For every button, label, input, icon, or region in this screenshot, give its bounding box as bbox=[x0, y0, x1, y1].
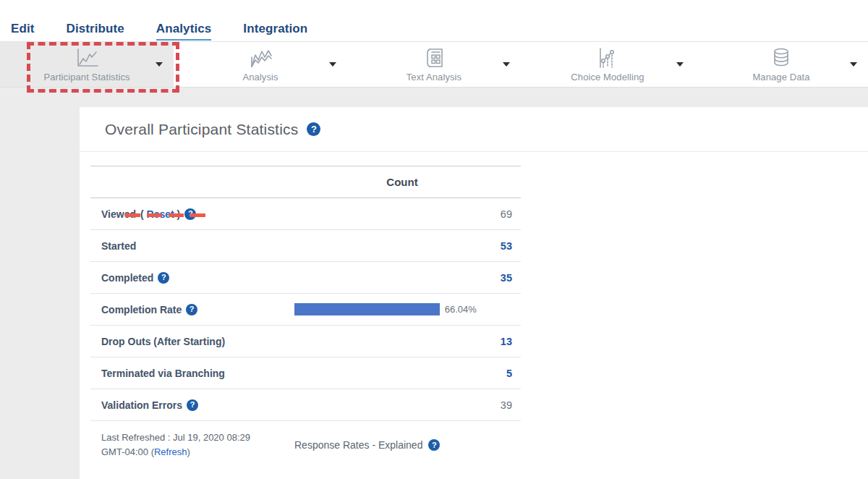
row-value: 13 bbox=[501, 336, 512, 347]
participant-stats-table: Count Viewed ( Reset ) 69 Started 53 C bbox=[90, 166, 521, 459]
panel-header: Overall Participant Statistics bbox=[80, 107, 868, 152]
toolbar-item-label: Text Analysis bbox=[407, 72, 461, 82]
row-value: 53 bbox=[501, 240, 512, 252]
row-label-cell: Validation Errors bbox=[90, 399, 284, 411]
nav-item-integration[interactable]: Integration bbox=[243, 22, 307, 41]
area-chart-icon bbox=[248, 47, 273, 69]
table-row: Drop Outs (After Starting) 13 bbox=[90, 326, 521, 357]
row-label-cell: Completion Rate bbox=[90, 304, 284, 315]
table-row: Completed 35 bbox=[90, 262, 521, 294]
row-label-cell: Started bbox=[90, 240, 284, 252]
database-icon bbox=[770, 47, 792, 69]
completion-bar-label: 66.04% bbox=[445, 304, 477, 315]
last-refreshed-line1: Last Refreshed : Jul 19, 2020 08:29 bbox=[101, 432, 250, 443]
top-nav: Edit Distribute Analytics Integration bbox=[0, 0, 868, 41]
row-value: 39 bbox=[501, 399, 512, 411]
table-row: Validation Errors 39 bbox=[90, 389, 521, 421]
content-panel: Overall Participant Statistics Count Vie… bbox=[80, 107, 868, 479]
toolbar-item-choice-modelling[interactable]: Choice Modelling bbox=[521, 42, 694, 87]
row-value-cell: 13 bbox=[284, 336, 521, 347]
toolbar-item-label: Choice Modelling bbox=[571, 72, 644, 82]
row-label: Completion Rate bbox=[101, 304, 182, 315]
chevron-down-icon[interactable] bbox=[850, 62, 857, 67]
response-rates-explained: Response Rates - Explained bbox=[284, 431, 521, 459]
row-label: Drop Outs (After Starting) bbox=[101, 336, 225, 347]
response-rates-label: Response Rates - Explained bbox=[294, 439, 422, 451]
toolbar-item-text-analysis[interactable]: Text Analysis bbox=[347, 42, 521, 87]
row-label: Completed bbox=[101, 272, 153, 284]
help-icon[interactable] bbox=[158, 272, 169, 284]
table-row: Completion Rate 66.04% bbox=[90, 294, 521, 326]
row-label-cell: Drop Outs (After Starting) bbox=[90, 336, 284, 347]
row-label: Viewed bbox=[101, 208, 136, 220]
refresh-link[interactable]: Refresh bbox=[154, 446, 187, 457]
chevron-down-icon[interactable] bbox=[676, 62, 684, 67]
row-value: 69 bbox=[501, 208, 512, 220]
last-refreshed: Last Refreshed : Jul 19, 2020 08:29 GMT-… bbox=[90, 431, 284, 459]
toolbar-item-label: Participant Statistics bbox=[43, 72, 129, 82]
row-label-cell: Completed bbox=[90, 272, 284, 284]
row-link-wrap: ( Reset ) bbox=[140, 208, 180, 220]
chevron-down-icon[interactable] bbox=[156, 62, 163, 67]
help-icon[interactable] bbox=[307, 122, 320, 136]
nav-item-distribute[interactable]: Distribute bbox=[67, 22, 124, 41]
toolbar-item-label: Manage Data bbox=[752, 72, 809, 82]
table-footer: Last Refreshed : Jul 19, 2020 08:29 GMT-… bbox=[90, 421, 521, 459]
row-label: Started bbox=[101, 240, 136, 252]
count-column-header: Count bbox=[284, 176, 521, 188]
nav-item-analytics[interactable]: Analytics bbox=[156, 22, 212, 41]
row-value: 35 bbox=[501, 272, 512, 284]
row-value-cell: 69 bbox=[284, 208, 521, 220]
toolbar-item-analysis[interactable]: Analysis bbox=[174, 42, 347, 87]
row-label-cell: Viewed ( Reset ) bbox=[90, 208, 284, 220]
table-header-row: Count bbox=[90, 166, 521, 198]
table-row: Started 53 bbox=[90, 230, 521, 262]
toolbar-item-manage-data[interactable]: Manage Data bbox=[694, 42, 868, 87]
document-grid-icon bbox=[423, 47, 445, 69]
completion-bar: 66.04% bbox=[294, 303, 514, 315]
table-rows: Viewed ( Reset ) 69 Started 53 Completed bbox=[90, 198, 521, 421]
row-label: Validation Errors bbox=[101, 399, 182, 411]
help-icon[interactable] bbox=[184, 208, 196, 220]
row-value-cell: 66.04% bbox=[284, 303, 521, 315]
last-refreshed-line2-suffix: ) bbox=[187, 446, 190, 457]
table-row: Terminated via Branching 5 bbox=[90, 357, 521, 389]
toolbar-item-label: Analysis bbox=[242, 72, 278, 82]
page-title: Overall Participant Statistics bbox=[105, 121, 298, 138]
scatter-chart-icon bbox=[597, 47, 618, 69]
nav-item-edit[interactable]: Edit bbox=[11, 22, 35, 41]
line-chart-icon bbox=[75, 47, 99, 69]
page-background: Overall Participant Statistics Count Vie… bbox=[0, 88, 868, 479]
row-value-cell: 53 bbox=[284, 240, 521, 252]
row-label: Terminated via Branching bbox=[101, 368, 225, 379]
help-icon[interactable] bbox=[186, 304, 197, 315]
row-value-cell: 39 bbox=[284, 399, 521, 411]
table-row: Viewed ( Reset ) 69 bbox=[90, 198, 521, 230]
row-value-cell: 5 bbox=[284, 368, 521, 379]
completion-bar-fill bbox=[294, 303, 440, 315]
help-icon[interactable] bbox=[187, 399, 198, 411]
toolbar-item-participant-statistics[interactable]: Participant Statistics bbox=[0, 42, 174, 87]
chevron-down-icon[interactable] bbox=[329, 62, 336, 67]
help-icon[interactable] bbox=[428, 439, 440, 451]
chevron-down-icon[interactable] bbox=[503, 62, 510, 67]
reset-link[interactable]: Reset bbox=[147, 208, 174, 220]
analytics-toolbar: Participant Statistics Analysis bbox=[0, 41, 868, 88]
row-value: 5 bbox=[506, 368, 512, 379]
row-label-cell: Terminated via Branching bbox=[90, 368, 284, 379]
row-value-cell: 35 bbox=[284, 272, 521, 284]
last-refreshed-line2-prefix: GMT-04:00 ( bbox=[101, 446, 154, 457]
